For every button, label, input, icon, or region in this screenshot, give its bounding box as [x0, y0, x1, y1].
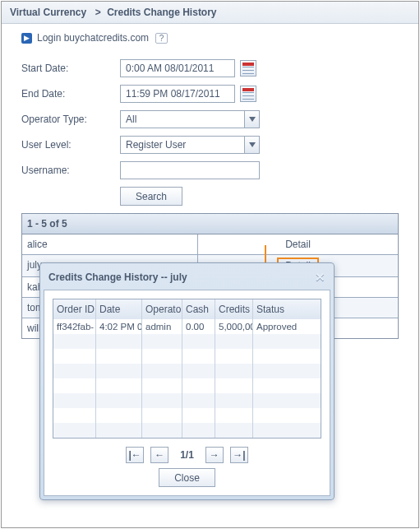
breadcrumb-root[interactable]: Virtual Currency — [10, 7, 86, 18]
operator-type-select[interactable] — [120, 110, 260, 128]
next-page-button[interactable]: → — [205, 447, 224, 463]
detail-dialog: Credits Change History -- july ✕ Order I… — [39, 262, 335, 500]
calendar-icon[interactable] — [240, 60, 256, 77]
cell-order-id: ff342fab- — [53, 319, 96, 334]
cell-cash: 0.00 — [182, 319, 215, 334]
table-row-name: alice — [22, 234, 198, 254]
breadcrumb-current: Credits Change History — [107, 7, 216, 18]
end-date-input[interactable] — [120, 85, 235, 103]
detail-table: Order ID Date Operator Cash Credits Stat… — [53, 299, 321, 439]
dialog-title: Credits Change History -- july — [48, 271, 187, 283]
cell-operator: admin — [142, 319, 182, 334]
close-button[interactable]: Close — [159, 468, 215, 487]
cell-status: Approved — [253, 319, 321, 334]
col-operator: Operator — [142, 299, 182, 319]
filter-form: Start Date: End Date: Operator Type: Use… — [2, 47, 418, 206]
username-input[interactable] — [120, 161, 260, 179]
breadcrumb-sep: > — [90, 7, 104, 18]
col-credits: Credits — [215, 299, 253, 319]
search-button[interactable]: Search — [120, 187, 182, 206]
prev-page-button[interactable]: ← — [150, 447, 168, 463]
login-link[interactable]: Login buychatcredits.com — [37, 32, 149, 44]
user-level-label: User Level: — [21, 139, 120, 151]
last-page-button[interactable]: →| — [230, 447, 248, 463]
calendar-icon[interactable] — [240, 86, 256, 102]
col-cash: Cash — [182, 299, 215, 319]
start-date-label: Start Date: — [21, 63, 120, 74]
start-date-input[interactable] — [120, 59, 235, 77]
user-level-select[interactable] — [120, 136, 260, 154]
cell-credits: 5,000,00 — [215, 319, 253, 334]
page-indicator: 1/1 — [175, 449, 199, 461]
pager: |← ← 1/1 → →| — [53, 447, 321, 463]
chevron-down-icon[interactable] — [244, 111, 259, 128]
detail-link[interactable]: Detail — [285, 239, 311, 250]
results-summary: 1 - 5 of 5 — [22, 214, 398, 234]
operator-type-label: Operator Type: — [21, 114, 120, 125]
breadcrumb: Virtual Currency > Credits Change Histor… — [2, 2, 418, 24]
username-label: Username: — [21, 165, 120, 176]
login-icon: ▶ — [21, 33, 32, 44]
end-date-label: End Date: — [21, 88, 120, 100]
col-order-id: Order ID — [53, 299, 96, 319]
first-page-button[interactable]: |← — [126, 447, 144, 463]
col-date: Date — [96, 299, 142, 319]
chevron-down-icon[interactable] — [244, 137, 259, 153]
close-icon[interactable]: ✕ — [315, 270, 325, 285]
col-status: Status — [253, 299, 321, 319]
help-icon[interactable]: ? — [155, 33, 168, 44]
cell-date: 4:02 PM 0 — [96, 319, 142, 334]
